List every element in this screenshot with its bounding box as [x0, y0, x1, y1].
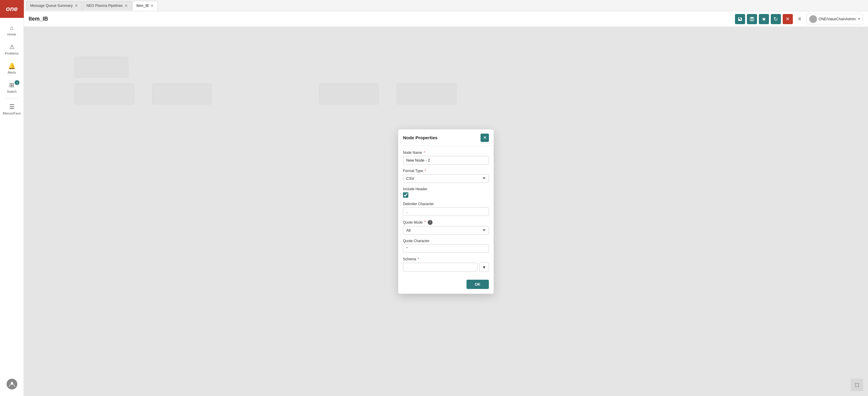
- delimiter-input[interactable]: [403, 207, 489, 216]
- menus-icon: ☰: [9, 103, 14, 110]
- svg-point-2: [751, 20, 752, 21]
- quote-character-label: Quote Character: [403, 239, 489, 243]
- tab-close-icon[interactable]: ✕: [74, 4, 78, 8]
- favorite-button[interactable]: ★: [759, 14, 769, 24]
- tab-bar: Message Queue Summary ✕ NEO Plasma Pipel…: [24, 0, 868, 11]
- quote-character-input[interactable]: [403, 244, 489, 253]
- node-name-label: Node Name *: [403, 151, 489, 155]
- ok-button[interactable]: OK: [466, 280, 489, 289]
- format-type-group: Format Type * CSV JSON XML Fixed Width: [403, 169, 489, 183]
- modal-header: Node Properties ✕: [398, 129, 494, 146]
- refresh-button[interactable]: ↻: [771, 14, 781, 24]
- tab-item-ib[interactable]: Item_IB ✕: [132, 1, 158, 10]
- sidebar-item-label: Alerts: [7, 71, 16, 74]
- sidebar-item-switch[interactable]: ⊞ 1 Switch: [0, 78, 24, 97]
- switch-icon: ⊞: [9, 81, 14, 89]
- sidebar-item-label: Problems: [5, 52, 19, 55]
- avatar-circle: [6, 379, 17, 390]
- main-area: Message Queue Summary ✕ NEO Plasma Pipel…: [24, 0, 868, 396]
- node-properties-modal: Node Properties ✕ Node Name *: [398, 129, 494, 294]
- include-header-wrapper: [403, 192, 489, 198]
- format-type-label: Format Type *: [403, 169, 489, 173]
- sidebar: one ⌂ Home ⚠ Problems 🔔 Alerts ⊞ 1 Switc…: [0, 0, 24, 396]
- schema-dropdown-button[interactable]: ▼: [479, 262, 489, 272]
- tab-neo-plasma-pipelines[interactable]: NEO Plasma Pipelines ✕: [83, 1, 132, 10]
- modal-overlay: Node Properties ✕ Node Name *: [24, 27, 868, 396]
- sidebar-item-problems[interactable]: ⚠ Problems: [0, 40, 24, 59]
- user-avatar-small: [809, 15, 817, 23]
- switch-badge: 1: [14, 80, 20, 85]
- page-title: Item_IB: [29, 16, 48, 22]
- page-header: Item_IB ★ ↻ ✕ ≡ ONEIValueChainAdmin ▼: [24, 11, 868, 27]
- header-toolbar: ★ ↻ ✕ ≡ ONEIValueChainAdmin ▼: [735, 14, 863, 25]
- quote-mode-group: Quote Mode * i All None Non-Numeric Mini…: [403, 220, 489, 235]
- sidebar-item-alerts[interactable]: 🔔 Alerts: [0, 59, 24, 78]
- user-dropdown[interactable]: ONEIValueChainAdmin ▼: [807, 14, 863, 25]
- quote-mode-info-icon[interactable]: i: [428, 220, 433, 225]
- modal-title: Node Properties: [403, 135, 438, 140]
- app-logo[interactable]: one: [0, 0, 24, 18]
- tab-message-queue-summary[interactable]: Message Queue Summary ✕: [26, 1, 82, 10]
- quote-character-group: Quote Character: [403, 239, 489, 253]
- sidebar-item-label: Menus/Favs: [3, 111, 21, 115]
- schema-input[interactable]: [403, 263, 477, 271]
- sidebar-item-menus[interactable]: ☰ Menus/Favs: [0, 100, 24, 119]
- schema-row: ▼: [403, 262, 489, 272]
- user-avatar[interactable]: [0, 375, 24, 393]
- hamburger-menu-button[interactable]: ≡: [795, 14, 805, 24]
- save-as-button[interactable]: [747, 14, 757, 24]
- schema-label: Schema *: [403, 257, 489, 261]
- modal-close-button[interactable]: ✕: [480, 134, 489, 142]
- svg-point-0: [11, 382, 13, 384]
- node-name-group: Node Name *: [403, 151, 489, 165]
- sidebar-divider: [6, 98, 18, 98]
- delimiter-label: Delimiter Character: [403, 202, 489, 206]
- include-header-group: Include Header: [403, 187, 489, 198]
- sidebar-item-label: Home: [7, 33, 16, 36]
- delimiter-group: Delimiter Character: [403, 202, 489, 216]
- tab-label: Item_IB: [136, 4, 149, 8]
- save-button[interactable]: [735, 14, 745, 24]
- dropdown-arrow-icon: ▼: [858, 17, 861, 21]
- warning-icon: ⚠: [9, 43, 14, 51]
- include-header-label: Include Header: [403, 187, 489, 191]
- bell-icon: 🔔: [8, 62, 16, 69]
- home-icon: ⌂: [10, 25, 13, 31]
- close-button[interactable]: ✕: [783, 14, 793, 24]
- sidebar-item-label: Switch: [7, 90, 17, 93]
- quote-mode-select[interactable]: All None Non-Numeric Minimal: [403, 226, 489, 235]
- include-header-checkbox[interactable]: [403, 192, 408, 198]
- tab-label: Message Queue Summary: [30, 4, 73, 8]
- format-type-select[interactable]: CSV JSON XML Fixed Width: [403, 174, 489, 183]
- node-name-input[interactable]: [403, 156, 489, 165]
- tab-close-icon[interactable]: ✕: [150, 4, 154, 8]
- canvas-area[interactable]: Node Properties ✕ Node Name *: [24, 27, 868, 396]
- tab-label: NEO Plasma Pipelines: [87, 4, 123, 8]
- required-star: *: [423, 151, 425, 155]
- sidebar-item-home[interactable]: ⌂ Home: [0, 21, 24, 40]
- schema-group: Schema * ▼: [403, 257, 489, 272]
- quote-mode-label: Quote Mode * i: [403, 220, 489, 225]
- modal-footer: OK: [398, 277, 494, 294]
- tab-close-icon[interactable]: ✕: [124, 4, 128, 8]
- modal-body: Node Name * Format Type * CSV JSON: [398, 146, 494, 277]
- user-name: ONEIValueChainAdmin: [819, 17, 856, 21]
